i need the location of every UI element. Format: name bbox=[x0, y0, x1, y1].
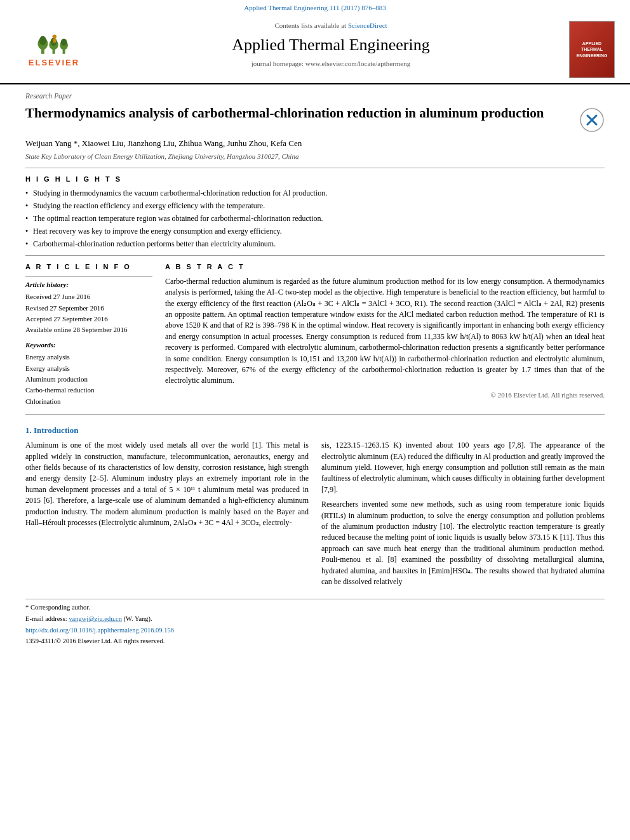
article-history-title: Article history: bbox=[25, 280, 152, 290]
highlight-item-3: The optimal reaction temperature region … bbox=[25, 213, 605, 224]
authors-text: Weijuan Yang *, Xiaowei Liu, Jianzhong L… bbox=[25, 138, 302, 148]
keyword-1: Energy analysis bbox=[25, 352, 152, 362]
journal-thumbnail-area: APPLIED THERMAL ENGINEERING bbox=[566, 21, 617, 78]
copyright-text: © 2016 Elsevier Ltd. All rights reserved… bbox=[165, 390, 605, 400]
abstract-title: A B S T R A C T bbox=[165, 262, 605, 272]
keyword-3: Aluminum production bbox=[25, 375, 152, 384]
intro-two-col: Aluminum is one of the most widely used … bbox=[25, 440, 605, 591]
divider-3 bbox=[25, 414, 605, 415]
elsevier-logo-area: ELSEVIER bbox=[13, 21, 95, 78]
keyword-5: Chlorination bbox=[25, 397, 152, 406]
svg-point-2 bbox=[39, 36, 46, 45]
history-received: Received 27 June 2016 bbox=[25, 292, 152, 302]
introduction-section: 1. Introduction Aluminum is one of the m… bbox=[25, 425, 605, 591]
main-content: Research Paper Thermodynamics analysis o… bbox=[0, 84, 630, 661]
info-divider-1 bbox=[25, 276, 152, 277]
elsevier-tree-icon bbox=[35, 30, 73, 56]
paper-title: Thermodynamics analysis of carbothermal-… bbox=[25, 105, 573, 122]
intro-para-1: Aluminum is one of the most widely used … bbox=[25, 440, 309, 528]
doi-footnote: http://dx.doi.org/10.1016/j.applthermale… bbox=[25, 626, 605, 636]
highlight-item-2: Studying the reaction efficiency and exe… bbox=[25, 201, 605, 211]
thumb-line1: APPLIED bbox=[582, 41, 601, 47]
keyword-2: Exergy analysis bbox=[25, 364, 152, 373]
doi-link[interactable]: http://dx.doi.org/10.1016/j.applthermale… bbox=[25, 627, 174, 634]
elsevier-branding: ELSEVIER bbox=[29, 30, 79, 69]
journal-header: ELSEVIER Contents lists available at Sci… bbox=[0, 15, 630, 84]
article-info-title: A R T I C L E I N F O bbox=[25, 262, 152, 272]
keywords-title: Keywords: bbox=[25, 340, 152, 350]
email-label: E-mail address: bbox=[25, 615, 69, 622]
journal-homepage: journal homepage: www.elsevier.com/locat… bbox=[108, 59, 554, 69]
svg-rect-10 bbox=[53, 39, 56, 43]
history-accepted: Accepted 27 September 2016 bbox=[25, 314, 152, 324]
intro-title-text: Introduction bbox=[34, 425, 79, 435]
abstract-text: Carbo-thermal reduction aluminum is rega… bbox=[165, 276, 605, 387]
thumb-line2: THERMAL bbox=[581, 46, 603, 53]
journal-ref-text: Applied Thermal Engineering 111 (2017) 8… bbox=[244, 4, 386, 11]
journal-thumbnail: APPLIED THERMAL ENGINEERING bbox=[569, 21, 615, 78]
email-footnote: E-mail address: yangwj@zju.edu.cn (W. Ya… bbox=[25, 615, 605, 624]
affiliation-text: State Key Laboratory of Clean Energy Uti… bbox=[25, 152, 605, 161]
issn-footnote: 1359-4311/© 2016 Elsevier Ltd. All right… bbox=[25, 637, 605, 646]
svg-point-8 bbox=[61, 39, 67, 46]
article-info-section: A R T I C L E I N F O Article history: R… bbox=[25, 262, 152, 408]
intro-col-right: sis, 1223.15–1263.15 K) invented about 1… bbox=[321, 440, 605, 591]
journal-title: Applied Thermal Engineering bbox=[108, 34, 554, 57]
contents-text: Contents lists available at bbox=[274, 22, 346, 29]
highlights-section: H I G H L I G H T S Studying in thermody… bbox=[25, 175, 605, 249]
sciencedirect-line: Contents lists available at ScienceDirec… bbox=[108, 21, 554, 30]
elsevier-label: ELSEVIER bbox=[29, 57, 79, 69]
intro-col-left: Aluminum is one of the most widely used … bbox=[25, 440, 309, 591]
journal-header-center: Contents lists available at ScienceDirec… bbox=[95, 21, 566, 78]
intro-section-title: 1. Introduction bbox=[25, 425, 605, 436]
article-abstract-area: A R T I C L E I N F O Article history: R… bbox=[25, 262, 605, 408]
divider-1 bbox=[25, 168, 605, 168]
thumb-line3: ENGINEERING bbox=[576, 53, 607, 59]
highlight-item-1: Studying in thermodynamics the vacuum ca… bbox=[25, 188, 605, 199]
intro-para-3: Researchers invented some new methods, s… bbox=[321, 499, 605, 587]
highlights-title: H I G H L I G H T S bbox=[25, 175, 605, 184]
intro-number: 1. bbox=[25, 425, 34, 435]
history-revised: Revised 27 September 2016 bbox=[25, 303, 152, 313]
highlight-item-4: Heat recovery was key to improve the ene… bbox=[25, 226, 605, 237]
abstract-section: A B S T R A C T Carbo-thermal reduction … bbox=[165, 262, 605, 408]
paper-title-row: Thermodynamics analysis of carbothermal-… bbox=[25, 105, 605, 133]
crossmark-icon[interactable] bbox=[579, 107, 605, 133]
svg-point-9 bbox=[53, 35, 57, 39]
journal-reference: Applied Thermal Engineering 111 (2017) 8… bbox=[0, 0, 630, 15]
corresponding-footnote: * Corresponding author. bbox=[25, 603, 605, 613]
intro-para-2: sis, 1223.15–1263.15 K) invented about 1… bbox=[321, 440, 605, 495]
sciencedirect-link[interactable]: ScienceDirect bbox=[348, 22, 387, 29]
footnote-area: * Corresponding author. E-mail address: … bbox=[25, 599, 605, 646]
divider-2 bbox=[25, 255, 605, 256]
paper-type-label: Research Paper bbox=[25, 91, 605, 101]
email-link[interactable]: yangwj@zju.edu.cn bbox=[69, 615, 122, 622]
keyword-4: Carbo-thermal reduction bbox=[25, 385, 152, 395]
authors-line: Weijuan Yang *, Xiaowei Liu, Jianzhong L… bbox=[25, 138, 605, 149]
email-note: (W. Yang). bbox=[124, 615, 152, 622]
history-online: Available online 28 September 2016 bbox=[25, 325, 152, 335]
highlight-item-5: Carbothermal-chlorination reduction perf… bbox=[25, 239, 605, 250]
